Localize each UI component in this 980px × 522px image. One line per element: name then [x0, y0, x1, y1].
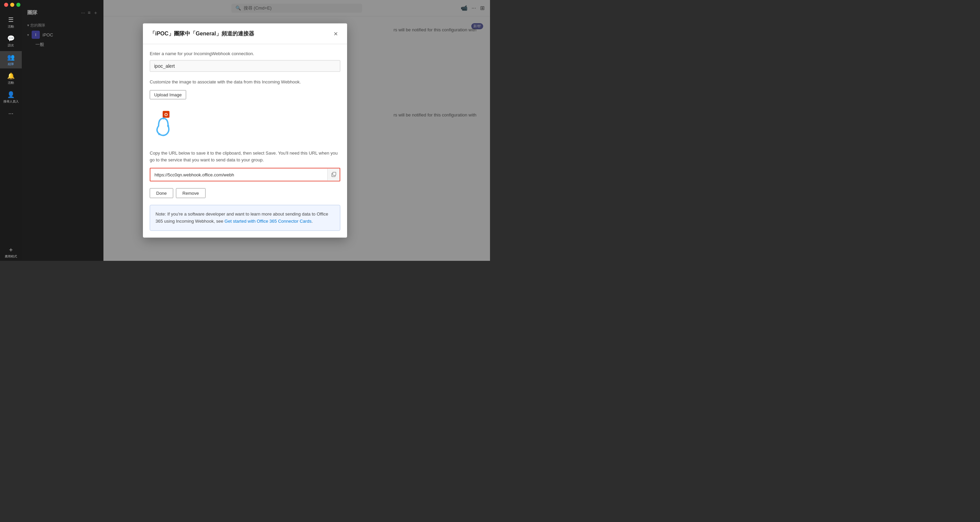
apps-icon: ＋ [7, 246, 15, 254]
webhook-url-input[interactable] [150, 169, 327, 180]
action-buttons: Done Remove [150, 188, 340, 198]
modal-close-button[interactable]: ✕ [331, 29, 340, 38]
svg-point-2 [162, 117, 164, 119]
copy-icon [331, 172, 337, 177]
traffic-lights [4, 3, 21, 7]
sidebar-label-people: 搜尋人員入 [3, 99, 19, 104]
url-section-description: Copy the URL below to save it to the cli… [150, 150, 340, 164]
sidebar: ☰ 活動 💬 語次 👥 組隊 🔔 活動 👤 搜尋人員入 ··· ＋ 應用程式 [0, 0, 22, 261]
people-icon: 👤 [7, 91, 15, 99]
sidebar-label-apps: 應用程式 [5, 254, 17, 259]
teams-icon: 👥 [7, 53, 15, 61]
fullscreen-button[interactable] [16, 3, 21, 7]
done-button[interactable]: Done [150, 188, 173, 198]
modal-body: Enter a name for your IncomingWebhook co… [143, 44, 347, 238]
modal-dialog: 「iPOC」團隊中「General」頻道的連接器 ✕ Enter a name … [143, 24, 347, 238]
note-text-after: . [311, 219, 313, 224]
close-button[interactable] [4, 3, 8, 7]
modal-description: Enter a name for your IncomingWebhook co… [150, 51, 340, 56]
sidebar-item-teams[interactable]: 👥 組隊 [0, 51, 22, 69]
sidebar-item-more[interactable]: ··· [0, 107, 22, 120]
url-container [150, 168, 340, 182]
more-icon: ··· [7, 109, 15, 118]
webhook-icon: O [150, 109, 177, 137]
svg-point-4 [167, 125, 169, 127]
sidebar-label-chat: 語次 [8, 43, 14, 48]
svg-point-3 [158, 133, 160, 135]
image-section-description: Customize the image to associate with th… [150, 79, 340, 85]
sidebar-item-chat[interactable]: 💬 語次 [0, 32, 22, 50]
sidebar-item-activity[interactable]: ☰ 活動 [0, 14, 22, 31]
sidebar-label-notifications: 活動 [8, 81, 14, 85]
minimize-button[interactable] [10, 3, 14, 7]
svg-rect-6 [333, 172, 336, 176]
url-copy-button[interactable] [327, 169, 340, 181]
note-link[interactable]: Get started with Office 365 Connector Ca… [224, 219, 312, 224]
notifications-icon: 🔔 [7, 72, 15, 80]
sidebar-label-teams: 組隊 [8, 62, 14, 66]
sidebar-item-people[interactable]: 👤 搜尋人員入 [0, 89, 22, 106]
upload-image-button[interactable]: Upload Image [150, 90, 186, 99]
sidebar-item-notifications[interactable]: 🔔 活動 [0, 70, 22, 87]
modal-header: 「iPOC」團隊中「General」頻道的連接器 ✕ [143, 24, 347, 44]
chat-icon: 💬 [7, 34, 15, 43]
sidebar-item-apps[interactable]: ＋ 應用程式 [0, 243, 22, 261]
svg-text:O: O [164, 112, 168, 117]
activity-icon: ☰ [7, 16, 15, 24]
webhook-name-input[interactable] [150, 60, 340, 72]
sidebar-label-activity: 活動 [8, 24, 14, 29]
remove-button[interactable]: Remove [176, 188, 205, 198]
note-box: Note: If you're a software developer and… [150, 205, 340, 231]
webhook-icon-area: O [150, 106, 340, 141]
modal-title: 「iPOC」團隊中「General」頻道的連接器 [150, 30, 254, 37]
